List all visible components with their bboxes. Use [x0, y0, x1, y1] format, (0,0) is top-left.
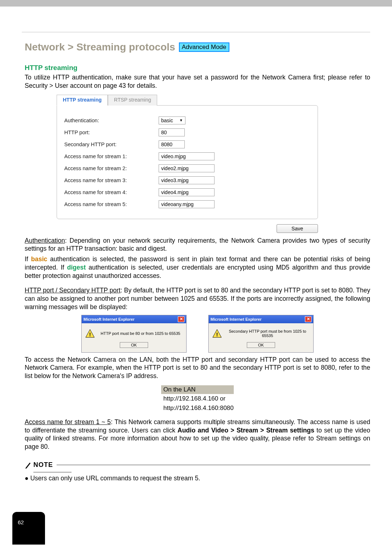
http-port-input[interactable]: 80 [159, 128, 185, 136]
page-title: Network > Streaming protocols Advanced M… [25, 41, 370, 53]
ie-title-1: Microsoft Internet Explorer [83, 317, 135, 321]
http-port-label: HTTP port: [64, 130, 159, 135]
streaming-panel: HTTP streaming RTSP streaming Authentica… [57, 94, 318, 233]
ie-title-2: Microsoft Internet Explorer [211, 317, 262, 321]
stream1-label: Access name for stream 1: [64, 153, 159, 159]
stream3-input[interactable]: video3.mjpg [159, 176, 215, 184]
lan-table: On the LAN http://192.168.4.160 or http:… [161, 385, 234, 413]
chevron-down-icon: ▼ [179, 118, 183, 122]
secondary-port-label: Secondary HTTP port: [64, 141, 159, 147]
warning-icon: ! [212, 329, 222, 338]
close-icon[interactable]: ✕ [305, 316, 311, 322]
digest-highlight: digest [67, 264, 86, 271]
save-button[interactable]: Save [277, 224, 318, 233]
ie-titlebar-1: Microsoft Internet Explorer ✕ [82, 315, 186, 323]
lan-header: On the LAN [161, 385, 234, 394]
stream5-input[interactable]: videoany.mjpg [159, 200, 215, 208]
port-lead: HTTP port / Secondary HTTP port [25, 287, 121, 294]
ok-button-1[interactable]: OK [120, 342, 148, 348]
auth-label: Authentication: [64, 118, 159, 123]
http-streaming-heading: HTTP streaming [25, 64, 370, 72]
lan-line2: http://192.168.4.160:8080 [161, 403, 234, 413]
svg-text:!: ! [216, 331, 218, 337]
secondary-port-input[interactable]: 8080 [159, 140, 185, 148]
auth-lead: Authentication [25, 237, 65, 244]
advanced-mode-badge: Advanced Mode [179, 42, 229, 52]
page-title-text: Network > Streaming protocols [25, 41, 175, 53]
stream4-input[interactable]: video4.mjpg [159, 188, 215, 196]
top-gray-bar [0, 0, 392, 7]
basic-highlight: basic [31, 255, 48, 263]
warning-icon: ! [85, 329, 95, 338]
tab-rtsp-streaming[interactable]: RTSP streaming [108, 95, 157, 106]
page-number-tab: 62 [12, 512, 45, 545]
ie-msg-1: HTTP port must be 80 or from 1025 to 655… [98, 331, 183, 336]
ie-dialog-1: Microsoft Internet Explorer ✕ ! HTTP por… [81, 315, 187, 353]
auth-select[interactable]: basic ▼ [159, 116, 185, 124]
access-name-paragraph: Access name for stream 1 ~ 5: This Netwo… [25, 418, 370, 451]
lan-paragraph: To access the Network Camera on the LAN,… [25, 356, 370, 380]
authentication-paragraph-2: If basic authentication is selected, the… [25, 255, 370, 280]
note-label: NOTE [33, 461, 53, 469]
lan-line1: http://192.168.4.160 or [161, 394, 234, 403]
tab-http-streaming[interactable]: HTTP streaming [57, 95, 108, 106]
stream5-label: Access name for stream 5: [64, 201, 159, 207]
note-line [57, 465, 370, 465]
ie-titlebar-2: Microsoft Internet Explorer ✕ [209, 315, 313, 323]
svg-text:!: ! [89, 331, 91, 337]
note-bullet: ● Users can only use URL commands to req… [25, 475, 370, 482]
close-icon[interactable]: ✕ [178, 316, 184, 322]
auth-value: basic [161, 118, 173, 123]
ie-msg-2: Secondary HTTP port must be from 1025 to… [225, 329, 310, 338]
stream2-input[interactable]: video2.mjpg [159, 164, 215, 172]
tabs: HTTP streaming RTSP streaming [57, 94, 318, 105]
access-lead: Access name for stream 1 ~ 5 [25, 418, 111, 426]
note-underline [33, 472, 72, 472]
note-bar: NOTE [25, 461, 370, 469]
pencil-icon [25, 461, 31, 469]
panel-body: Authentication: basic ▼ HTTP port: 80 Se… [57, 105, 318, 219]
access-bold: Audio and Video > Stream > Stream settin… [177, 427, 314, 434]
authentication-paragraph: Authentication: Depending on your networ… [25, 237, 370, 253]
stream4-label: Access name for stream 4: [64, 189, 159, 195]
port-paragraph: HTTP port / Secondary HTTP port: By defa… [25, 286, 370, 311]
intro-paragraph: To utilize HTTP authentication, make sur… [25, 73, 370, 90]
stream2-label: Access name for stream 2: [64, 165, 159, 171]
header-divider [22, 32, 370, 32]
ok-button-2[interactable]: OK [247, 342, 275, 348]
stream3-label: Access name for stream 3: [64, 177, 159, 183]
ie-dialog-2: Microsoft Internet Explorer ✕ ! Secondar… [208, 315, 314, 353]
page-number: 62 [18, 519, 24, 525]
dialog-row: Microsoft Internet Explorer ✕ ! HTTP por… [25, 315, 370, 353]
stream1-input[interactable]: video.mjpg [159, 152, 215, 160]
